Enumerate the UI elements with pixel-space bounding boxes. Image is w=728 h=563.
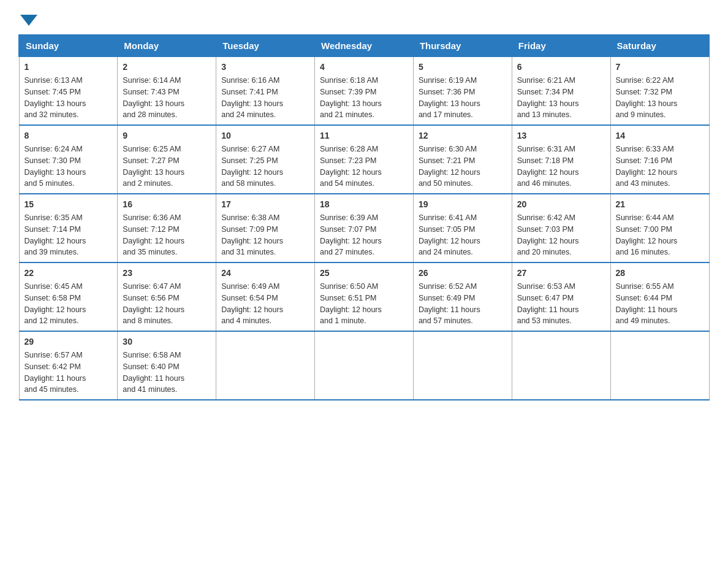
calendar-cell: 10Sunrise: 6:27 AMSunset: 7:25 PMDayligh…	[216, 125, 315, 194]
calendar-cell: 9Sunrise: 6:25 AMSunset: 7:27 PMDaylight…	[118, 125, 216, 194]
calendar-cell: 20Sunrise: 6:42 AMSunset: 7:03 PMDayligh…	[512, 194, 610, 262]
day-number: 12	[419, 129, 507, 142]
sun-info: Sunrise: 6:19 AMSunset: 7:36 PMDaylight:…	[419, 75, 507, 121]
sun-info: Sunrise: 6:41 AMSunset: 7:05 PMDaylight:…	[419, 212, 507, 258]
calendar-cell: 7Sunrise: 6:22 AMSunset: 7:32 PMDaylight…	[610, 56, 709, 125]
logo	[18, 12, 37, 23]
sun-info: Sunrise: 6:25 AMSunset: 7:27 PMDaylight:…	[123, 144, 211, 190]
sun-info: Sunrise: 6:13 AMSunset: 7:45 PMDaylight:…	[25, 75, 113, 121]
day-number: 14	[616, 129, 704, 142]
col-header-sunday: Sunday	[19, 35, 118, 56]
sun-info: Sunrise: 6:53 AMSunset: 6:47 PMDaylight:…	[517, 281, 605, 327]
calendar-cell: 3Sunrise: 6:16 AMSunset: 7:41 PMDaylight…	[216, 56, 315, 125]
calendar-cell: 1Sunrise: 6:13 AMSunset: 7:45 PMDaylight…	[19, 56, 118, 125]
sun-info: Sunrise: 6:21 AMSunset: 7:34 PMDaylight:…	[517, 75, 605, 121]
day-number: 20	[517, 198, 605, 211]
day-number: 22	[25, 267, 113, 280]
calendar-cell	[315, 331, 414, 400]
sun-info: Sunrise: 6:39 AMSunset: 7:07 PMDaylight:…	[320, 212, 408, 258]
calendar-table: SundayMondayTuesdayWednesdayThursdayFrid…	[18, 34, 710, 400]
calendar-cell: 6Sunrise: 6:21 AMSunset: 7:34 PMDaylight…	[512, 56, 610, 125]
calendar-cell: 27Sunrise: 6:53 AMSunset: 6:47 PMDayligh…	[512, 262, 610, 331]
day-number: 23	[123, 267, 211, 280]
day-number: 24	[221, 267, 309, 280]
calendar-cell: 14Sunrise: 6:33 AMSunset: 7:16 PMDayligh…	[610, 125, 709, 194]
day-number: 17	[221, 198, 309, 211]
sun-info: Sunrise: 6:22 AMSunset: 7:32 PMDaylight:…	[616, 75, 704, 121]
sun-info: Sunrise: 6:44 AMSunset: 7:00 PMDaylight:…	[616, 212, 704, 258]
calendar-cell	[413, 331, 512, 400]
day-number: 9	[123, 129, 211, 142]
sun-info: Sunrise: 6:36 AMSunset: 7:12 PMDaylight:…	[123, 212, 211, 258]
calendar-cell: 21Sunrise: 6:44 AMSunset: 7:00 PMDayligh…	[610, 194, 709, 262]
day-number: 30	[123, 335, 211, 348]
day-number: 26	[419, 267, 507, 280]
calendar-cell: 15Sunrise: 6:35 AMSunset: 7:14 PMDayligh…	[19, 194, 118, 262]
day-number: 27	[517, 267, 605, 280]
day-number: 5	[419, 61, 507, 74]
calendar-cell: 11Sunrise: 6:28 AMSunset: 7:23 PMDayligh…	[315, 125, 414, 194]
calendar-cell: 5Sunrise: 6:19 AMSunset: 7:36 PMDaylight…	[413, 56, 512, 125]
sun-info: Sunrise: 6:47 AMSunset: 6:56 PMDaylight:…	[123, 281, 211, 327]
calendar-cell: 25Sunrise: 6:50 AMSunset: 6:51 PMDayligh…	[315, 262, 414, 331]
day-number: 6	[517, 61, 605, 74]
day-number: 15	[25, 198, 113, 211]
day-number: 4	[320, 61, 408, 74]
sun-info: Sunrise: 6:24 AMSunset: 7:30 PMDaylight:…	[25, 144, 113, 190]
sun-info: Sunrise: 6:52 AMSunset: 6:49 PMDaylight:…	[419, 281, 507, 327]
sun-info: Sunrise: 6:55 AMSunset: 6:44 PMDaylight:…	[616, 281, 704, 327]
sun-info: Sunrise: 6:35 AMSunset: 7:14 PMDaylight:…	[25, 212, 113, 258]
sun-info: Sunrise: 6:38 AMSunset: 7:09 PMDaylight:…	[221, 212, 309, 258]
sun-info: Sunrise: 6:50 AMSunset: 6:51 PMDaylight:…	[320, 281, 408, 327]
col-header-monday: Monday	[118, 35, 216, 56]
calendar-cell: 17Sunrise: 6:38 AMSunset: 7:09 PMDayligh…	[216, 194, 315, 262]
sun-info: Sunrise: 6:31 AMSunset: 7:18 PMDaylight:…	[517, 144, 605, 190]
calendar-cell: 30Sunrise: 6:58 AMSunset: 6:40 PMDayligh…	[118, 331, 216, 400]
calendar-cell: 12Sunrise: 6:30 AMSunset: 7:21 PMDayligh…	[413, 125, 512, 194]
sun-info: Sunrise: 6:57 AMSunset: 6:42 PMDaylight:…	[25, 350, 113, 396]
calendar-cell: 26Sunrise: 6:52 AMSunset: 6:49 PMDayligh…	[413, 262, 512, 331]
sun-info: Sunrise: 6:27 AMSunset: 7:25 PMDaylight:…	[221, 144, 309, 190]
day-number: 16	[123, 198, 211, 211]
day-number: 18	[320, 198, 408, 211]
day-number: 19	[419, 198, 507, 211]
calendar-cell: 8Sunrise: 6:24 AMSunset: 7:30 PMDaylight…	[19, 125, 118, 194]
calendar-cell	[610, 331, 709, 400]
calendar-cell: 4Sunrise: 6:18 AMSunset: 7:39 PMDaylight…	[315, 56, 414, 125]
calendar-cell: 16Sunrise: 6:36 AMSunset: 7:12 PMDayligh…	[118, 194, 216, 262]
day-number: 13	[517, 129, 605, 142]
day-number: 3	[221, 61, 309, 74]
day-number: 2	[123, 61, 211, 74]
col-header-wednesday: Wednesday	[315, 35, 414, 56]
day-number: 7	[616, 61, 704, 74]
calendar-cell: 19Sunrise: 6:41 AMSunset: 7:05 PMDayligh…	[413, 194, 512, 262]
calendar-cell	[216, 331, 315, 400]
page-header	[18, 12, 710, 23]
col-header-friday: Friday	[512, 35, 610, 56]
day-number: 29	[25, 335, 113, 348]
col-header-tuesday: Tuesday	[216, 35, 315, 56]
calendar-cell: 13Sunrise: 6:31 AMSunset: 7:18 PMDayligh…	[512, 125, 610, 194]
sun-info: Sunrise: 6:58 AMSunset: 6:40 PMDaylight:…	[123, 350, 211, 396]
sun-info: Sunrise: 6:42 AMSunset: 7:03 PMDaylight:…	[517, 212, 605, 258]
logo-arrow-icon	[20, 15, 37, 26]
sun-info: Sunrise: 6:45 AMSunset: 6:58 PMDaylight:…	[25, 281, 113, 327]
sun-info: Sunrise: 6:30 AMSunset: 7:21 PMDaylight:…	[419, 144, 507, 190]
day-number: 21	[616, 198, 704, 211]
calendar-cell: 2Sunrise: 6:14 AMSunset: 7:43 PMDaylight…	[118, 56, 216, 125]
col-header-thursday: Thursday	[413, 35, 512, 56]
day-number: 11	[320, 129, 408, 142]
sun-info: Sunrise: 6:49 AMSunset: 6:54 PMDaylight:…	[221, 281, 309, 327]
day-number: 8	[25, 129, 113, 142]
day-number: 28	[616, 267, 704, 280]
calendar-cell: 24Sunrise: 6:49 AMSunset: 6:54 PMDayligh…	[216, 262, 315, 331]
sun-info: Sunrise: 6:28 AMSunset: 7:23 PMDaylight:…	[320, 144, 408, 190]
sun-info: Sunrise: 6:18 AMSunset: 7:39 PMDaylight:…	[320, 75, 408, 121]
day-number: 1	[25, 61, 113, 74]
calendar-cell: 29Sunrise: 6:57 AMSunset: 6:42 PMDayligh…	[19, 331, 118, 400]
day-number: 25	[320, 267, 408, 280]
calendar-cell: 22Sunrise: 6:45 AMSunset: 6:58 PMDayligh…	[19, 262, 118, 331]
calendar-cell	[512, 331, 610, 400]
calendar-cell: 18Sunrise: 6:39 AMSunset: 7:07 PMDayligh…	[315, 194, 414, 262]
sun-info: Sunrise: 6:16 AMSunset: 7:41 PMDaylight:…	[221, 75, 309, 121]
